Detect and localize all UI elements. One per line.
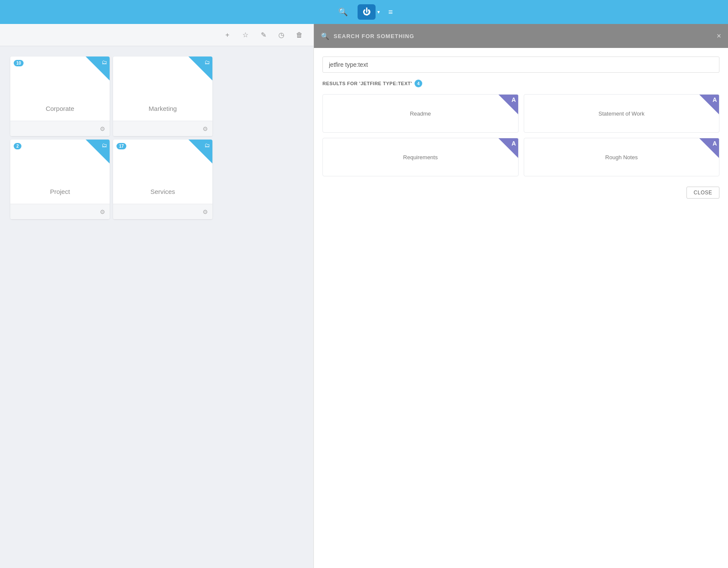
main-layout: + ☆ ✎ ◷ 🗑 10 🗂 Corporate ⚙ [0, 24, 728, 568]
delete-button[interactable]: 🗑 [292, 28, 307, 42]
requirements-title: Requirements [398, 154, 443, 161]
rough-notes-corner-letter: A [713, 140, 717, 147]
app-logo[interactable]: ⏻ [358, 4, 376, 20]
project-badge: 2 [14, 143, 21, 149]
services-footer: ⚙ [113, 204, 212, 219]
notebook-card-inner-marketing: 🗂 Marketing [113, 57, 212, 121]
topbar: 🔍 ⏻ ▾ ≡ [0, 0, 728, 24]
result-card-rough-notes[interactable]: A Rough Notes [524, 138, 720, 176]
notebook-card-project[interactable]: 2 🗂 Project ⚙ [10, 140, 110, 219]
result-card-requirements[interactable]: A Requirements [322, 138, 519, 176]
corporate-title: Corporate [10, 105, 110, 112]
search-icon[interactable]: 🔍 [335, 4, 351, 20]
notebook-project: 2 🗂 Project ⚙ [9, 138, 111, 221]
services-gear-icon[interactable]: ⚙ [203, 208, 208, 215]
search-close-icon[interactable]: × [716, 32, 721, 41]
star-button[interactable]: ☆ [238, 28, 253, 42]
notebook-card-inner-services: 17 🗂 Services [113, 140, 212, 204]
corporate-footer: ⚙ [10, 121, 110, 136]
notebook-card-corporate[interactable]: 10 🗂 Corporate ⚙ [10, 57, 110, 136]
results-label-text: RESULTS FOR 'JETFIRE TYPE:TEXT' [322, 81, 412, 86]
close-btn-row: CLOSE [322, 183, 719, 202]
left-panel: + ☆ ✎ ◷ 🗑 10 🗂 Corporate ⚙ [0, 24, 313, 568]
logo-wrapper: ⏻ ▾ [358, 4, 382, 20]
notebook-card-inner-corporate: 10 🗂 Corporate [10, 57, 110, 121]
result-card-statement-of-work[interactable]: A Statement of Work [524, 94, 720, 133]
services-title: Services [113, 188, 212, 195]
search-input[interactable] [322, 57, 719, 73]
search-header: 🔍 SEARCH FOR SOMETHING × [314, 24, 728, 48]
statement-corner-letter: A [713, 96, 717, 103]
project-footer: ⚙ [10, 204, 110, 219]
notebook-marketing: 🗂 Marketing ⚙ [111, 55, 214, 138]
project-gear-icon[interactable]: ⚙ [100, 208, 105, 215]
rough-notes-title: Rough Notes [600, 154, 643, 161]
marketing-gear-icon[interactable]: ⚙ [203, 125, 208, 132]
notebooks-grid: 10 🗂 Corporate ⚙ 🗂 Marketing [0, 46, 313, 568]
notebook-card-marketing[interactable]: 🗂 Marketing ⚙ [113, 57, 212, 136]
search-header-search-icon: 🔍 [321, 32, 329, 40]
results-label: RESULTS FOR 'JETFIRE TYPE:TEXT' 4 [322, 80, 719, 87]
project-folder-icon: 🗂 [101, 142, 107, 149]
readme-title: Readme [405, 110, 436, 117]
results-grid: A Readme A Statement of Work A Requireme… [322, 94, 719, 176]
search-panel: 🔍 SEARCH FOR SOMETHING × RESULTS FOR 'JE… [313, 24, 728, 568]
notebook-services: 17 🗂 Services ⚙ [111, 138, 214, 221]
search-body: RESULTS FOR 'JETFIRE TYPE:TEXT' 4 A Read… [314, 48, 728, 568]
requirements-corner-letter: A [511, 140, 516, 147]
result-card-readme[interactable]: A Readme [322, 94, 519, 133]
add-button[interactable]: + [220, 28, 235, 42]
services-badge: 17 [116, 143, 126, 149]
corporate-badge: 10 [14, 60, 24, 66]
project-title: Project [10, 188, 110, 195]
results-count-badge: 4 [415, 80, 422, 87]
edit-button[interactable]: ✎ [256, 28, 271, 42]
close-button[interactable]: CLOSE [686, 187, 719, 199]
logo-dropdown-icon[interactable]: ▾ [376, 8, 382, 16]
marketing-title: Marketing [113, 105, 212, 112]
marketing-footer: ⚙ [113, 121, 212, 136]
notebook-card-inner-project: 2 🗂 Project [10, 140, 110, 204]
corporate-folder-icon: 🗂 [101, 59, 107, 65]
notebook-corporate: 10 🗂 Corporate ⚙ [9, 55, 111, 138]
statement-title: Statement of Work [594, 110, 650, 117]
corporate-gear-icon[interactable]: ⚙ [100, 125, 105, 132]
search-header-title: SEARCH FOR SOMETHING [334, 33, 712, 39]
services-folder-icon: 🗂 [204, 142, 210, 149]
notebook-card-services[interactable]: 17 🗂 Services ⚙ [113, 140, 212, 219]
history-button[interactable]: ◷ [274, 28, 289, 42]
toolbar: + ☆ ✎ ◷ 🗑 [0, 24, 313, 46]
hamburger-icon[interactable]: ≡ [388, 8, 393, 17]
readme-corner-letter: A [511, 96, 516, 103]
marketing-folder-icon: 🗂 [204, 59, 210, 65]
